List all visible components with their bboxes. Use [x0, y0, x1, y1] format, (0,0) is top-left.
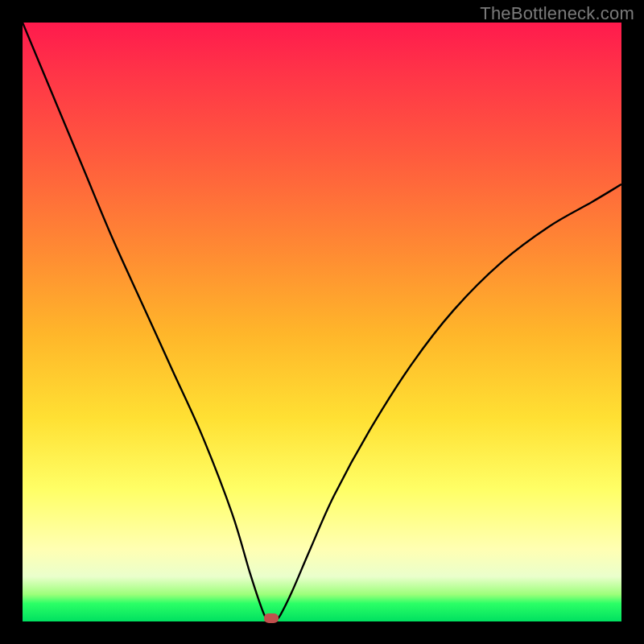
plot-area — [23, 23, 621, 621]
curve-path — [23, 23, 621, 621]
minimum-marker — [264, 613, 279, 623]
bottleneck-curve — [23, 23, 621, 621]
watermark-text: TheBottleneck.com — [480, 3, 634, 24]
chart-frame: TheBottleneck.com — [0, 0, 644, 644]
